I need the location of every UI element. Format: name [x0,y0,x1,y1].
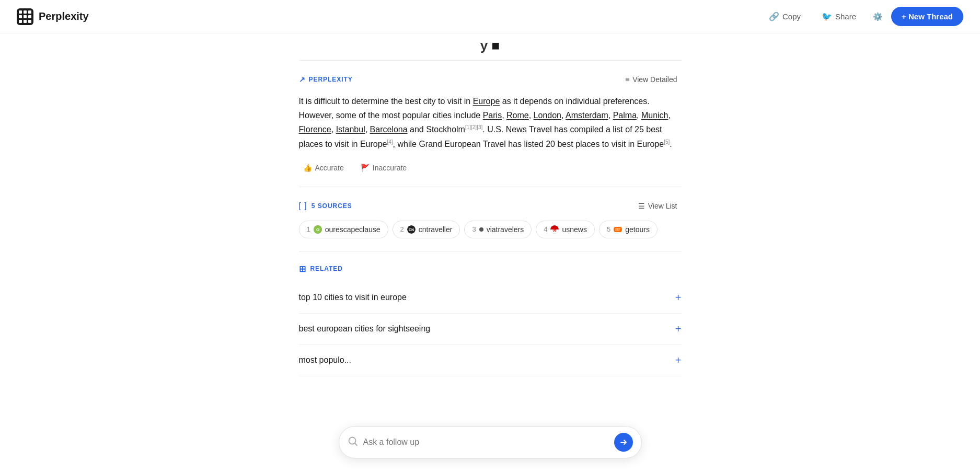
settings-button[interactable]: ⚙️ [869,8,887,26]
share-button[interactable]: 🐦 Share [813,7,864,26]
new-thread-button[interactable]: + New Thread [891,7,963,26]
search-submit-button[interactable] [614,433,633,452]
search-container [339,426,642,458]
munich-link[interactable]: Munich [641,111,668,120]
source-chip-4[interactable]: 4 US usnews [536,221,595,238]
source-chips: 1 O ourescapeclause 2 CN cntraveller 3 v… [299,221,682,238]
sources-section: [ ] 5 SOURCES ☰ View List 1 O ourescapec… [299,200,682,238]
svg-text:CN: CN [409,228,414,232]
accurate-button[interactable]: 👍 Accurate [299,162,348,174]
search-input[interactable] [363,438,609,447]
london-link[interactable]: London [534,111,561,120]
source-chip-2[interactable]: 2 CN cntraveller [393,221,460,238]
logo-icon [17,8,33,25]
related-item-3[interactable]: most populo... + [299,345,682,376]
svg-text:US: US [553,229,557,232]
bottom-search-bar [339,426,642,458]
istanbul-link[interactable]: Istanbul [336,125,365,134]
copy-button[interactable]: 🔗 Copy [760,7,809,26]
list-icon: ≡ [625,75,629,84]
rome-link[interactable]: Rome [506,111,529,120]
arrow-icon: ↗ [299,75,306,84]
perplexity-label: ↗ PERPLEXITY [299,75,353,84]
source-chip-1[interactable]: 1 O ourescapeclause [299,221,388,238]
divider [299,187,682,187]
header: Perplexity 🔗 Copy 🐦 Share ⚙️ + New Threa… [0,0,980,33]
plus-icon-1: + [675,292,682,304]
header-left: Perplexity [17,8,89,25]
related-label: ⊞ RELATED [299,264,682,274]
gear-icon: ⚙️ [873,12,883,21]
list-icon: ☰ [638,202,645,210]
divider-2 [299,251,682,251]
sources-header: [ ] 5 SOURCES ☰ View List [299,200,682,212]
svg-text:O: O [316,227,319,232]
answer-header: ↗ PERPLEXITY ≡ View Detailed [299,73,682,86]
plus-icon-3: + [675,354,682,366]
logo-text: Perplexity [39,10,89,22]
favicon-cntraveller: CN [407,225,416,234]
barcelona-link[interactable]: Barcelona [370,125,408,134]
svg-text:GET: GET [615,228,621,231]
feedback-row: 👍 Accurate 🚩 Inaccurate [299,162,682,174]
page-title: y ■ [299,33,682,61]
florence-link[interactable]: Florence [299,125,331,134]
paris-link[interactable]: Paris [483,111,502,120]
favicon-ourescapeclause: O [314,225,322,234]
answer-text: It is difficult to determine the best ci… [299,94,682,151]
source-chip-3[interactable]: 3 viatravelers [464,221,532,238]
related-item-2[interactable]: best european cities for sightseeing + [299,314,682,345]
stack-icon: ⊞ [299,264,306,274]
thumbs-up-icon: 👍 [303,164,312,172]
main-content: y ■ ↗ PERPLEXITY ≡ View Detailed It is d… [286,33,694,439]
link-icon: 🔗 [769,12,779,21]
europe-link[interactable]: Europe [473,97,500,106]
sources-label: [ ] 5 SOURCES [299,201,352,211]
inaccurate-button[interactable]: 🚩 Inaccurate [356,162,411,174]
search-icon [348,436,358,449]
view-detailed-button[interactable]: ≡ View Detailed [621,73,682,86]
favicon-usnews: US [550,225,559,234]
related-section: ⊞ RELATED top 10 cities to visit in euro… [299,264,682,376]
palma-link[interactable]: Palma [613,111,637,120]
favicon-getours: GET [614,225,622,234]
twitter-icon: 🐦 [822,12,832,21]
flag-icon: 🚩 [361,164,370,172]
bracket-icon: [ ] [299,201,307,211]
view-list-button[interactable]: ☰ View List [634,200,682,212]
source-chip-5[interactable]: 5 GET getours [599,221,658,238]
amsterdam-link[interactable]: Amsterdam [566,111,608,120]
plus-icon-2: + [675,323,682,335]
related-item-1[interactable]: top 10 cities to visit in europe + [299,282,682,314]
favicon-viatravelers [479,227,483,232]
header-right: 🔗 Copy 🐦 Share ⚙️ + New Thread [760,7,963,26]
answer-section: ↗ PERPLEXITY ≡ View Detailed It is diffi… [299,73,682,174]
